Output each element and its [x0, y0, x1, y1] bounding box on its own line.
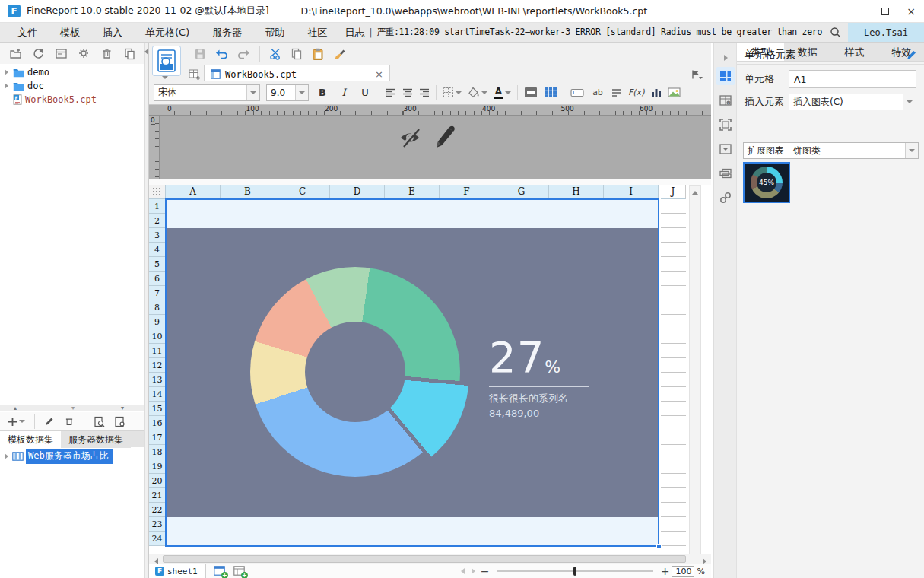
font-family-select[interactable]: 宋体 [154, 84, 260, 101]
row-header-16[interactable]: 16 [149, 416, 166, 430]
scroll-up-icon[interactable] [690, 187, 700, 198]
align-left-button[interactable] [386, 88, 396, 97]
menu-item-5[interactable]: 帮助 [253, 23, 296, 42]
sheet-tab[interactable]: F sheet1 [149, 564, 206, 578]
add-dataset-button[interactable] [8, 417, 25, 427]
row-header-20[interactable]: 20 [149, 474, 166, 488]
chart-type-thumbnail[interactable]: 45% [743, 162, 790, 203]
cut-button[interactable] [269, 48, 281, 60]
row-header-10[interactable]: 10 [149, 329, 166, 344]
zoom-slider[interactable] [497, 566, 653, 576]
user-account-badge[interactable]: Leo.Tsai [848, 23, 924, 42]
insert-image-button[interactable] [668, 87, 681, 97]
dataset-config-button[interactable] [114, 416, 125, 427]
font-color-button[interactable]: A [494, 87, 511, 99]
insert-element-caret-icon[interactable] [903, 94, 916, 110]
refresh-button[interactable] [32, 47, 45, 60]
row-header-23[interactable]: 23 [149, 517, 166, 532]
row-header-18[interactable]: 18 [149, 445, 166, 459]
view-panel-button[interactable] [55, 47, 68, 60]
row-header-14[interactable]: 14 [149, 387, 166, 402]
align-right-button[interactable] [419, 88, 430, 97]
column-header-C[interactable]: C [275, 185, 330, 199]
add-report-sheet-button[interactable]: + [233, 566, 246, 576]
hyperlink-panel-button[interactable] [716, 189, 735, 207]
undo-button[interactable] [215, 48, 228, 60]
font-size-select[interactable]: 9.0 [266, 84, 309, 101]
insert-rich-text-button[interactable] [611, 88, 622, 97]
column-header-F[interactable]: F [440, 185, 494, 199]
underline-button[interactable]: U [357, 84, 373, 101]
column-header-J[interactable]: J [661, 185, 686, 199]
row-header-13[interactable]: 13 [149, 373, 166, 387]
selection-fill-handle[interactable] [656, 544, 662, 549]
expand-arrow-icon[interactable] [5, 83, 8, 89]
column-header-G[interactable]: G [494, 185, 549, 199]
horizontal-scrollbar[interactable] [149, 554, 711, 564]
tab-close-icon[interactable]: × [375, 68, 383, 80]
dataset-tab-1[interactable]: 服务器数据集 [61, 431, 131, 448]
cell-reference-input[interactable]: A1 [789, 70, 916, 88]
selected-cell-region-top[interactable] [166, 199, 659, 228]
column-j-cells[interactable] [661, 199, 686, 546]
panel-edit-button[interactable] [906, 49, 917, 61]
tree-item-doc[interactable]: doc [0, 79, 144, 93]
row-header-6[interactable]: 6 [149, 272, 166, 286]
select-all-corner[interactable] [149, 185, 166, 199]
collapse-right-panel-icon[interactable] [716, 49, 735, 67]
maximize-button[interactable] [872, 0, 898, 22]
column-header-I[interactable]: I [604, 185, 659, 199]
insert-textfield-button[interactable] [570, 88, 584, 97]
cell-element-panel-button[interactable] [716, 67, 735, 85]
preview-dataset-button[interactable] [94, 416, 105, 427]
add-grid-sheet-button[interactable]: + [214, 566, 226, 576]
row-header-19[interactable]: 19 [149, 459, 166, 474]
row-header-7[interactable]: 7 [149, 286, 166, 300]
zoom-in-button[interactable]: + [659, 565, 672, 577]
row-header-22[interactable]: 22 [149, 503, 166, 517]
search-button[interactable] [824, 23, 846, 42]
new-folder-button[interactable] [9, 47, 22, 60]
fill-color-button[interactable] [468, 87, 487, 98]
chart-preview[interactable]: 27 % 很长很长的系列名 84,489,00 [167, 228, 658, 517]
row-header-4[interactable]: 4 [149, 243, 166, 257]
font-family-caret-icon[interactable] [246, 85, 259, 100]
tree-item-WorkBook5.cpt[interactable]: FWorkBook5.cpt [0, 93, 144, 106]
row-header-21[interactable]: 21 [149, 488, 166, 503]
expand-arrow-icon[interactable] [5, 69, 8, 75]
menu-item-1[interactable]: 模板 [49, 23, 91, 42]
next-sheet-icon[interactable] [468, 566, 479, 576]
panel-splitter[interactable]: ▴▾▾ [0, 405, 144, 411]
row-header-8[interactable]: 8 [149, 300, 166, 315]
save-button[interactable] [194, 48, 206, 60]
template-version-button[interactable] [152, 46, 181, 76]
paste-button[interactable] [312, 48, 324, 61]
log-label[interactable]: 日志 [345, 26, 365, 40]
column-header-D[interactable]: D [330, 185, 385, 199]
chart-family-caret-icon[interactable] [905, 143, 918, 158]
row-header-3[interactable]: 3 [149, 228, 166, 243]
cell-attribute-panel-button[interactable]: i [716, 91, 735, 110]
float-element-panel-button[interactable] [716, 116, 735, 134]
menu-item-6[interactable]: 社区 [296, 23, 338, 42]
dataset-tab-0[interactable]: 模板数据集 [0, 431, 61, 448]
menu-item-2[interactable]: 插入 [91, 23, 134, 42]
edit-pencil-icon[interactable] [433, 125, 455, 151]
column-header-B[interactable]: B [221, 185, 275, 199]
row-header-15[interactable]: 15 [149, 402, 166, 416]
prev-sheet-icon[interactable] [458, 566, 468, 576]
redo-button[interactable] [237, 48, 250, 60]
copy-template-button[interactable] [123, 47, 136, 60]
menu-item-0[interactable]: 文件 [6, 23, 49, 42]
hide-preview-eye-icon[interactable] [397, 126, 423, 149]
insert-formula-button[interactable]: F(x) [628, 84, 644, 101]
delete-trash-button[interactable] [100, 47, 113, 60]
copy-button[interactable] [291, 48, 303, 60]
insert-text-button[interactable]: ab [590, 84, 605, 101]
merge-cells-button[interactable] [524, 87, 538, 98]
edit-dataset-button[interactable] [44, 416, 55, 427]
menu-item-4[interactable]: 服务器 [201, 23, 253, 42]
zoom-out-button[interactable]: − [479, 565, 491, 577]
tab-list-button[interactable] [691, 69, 703, 80]
zoom-value-input[interactable]: 100 [672, 566, 694, 577]
